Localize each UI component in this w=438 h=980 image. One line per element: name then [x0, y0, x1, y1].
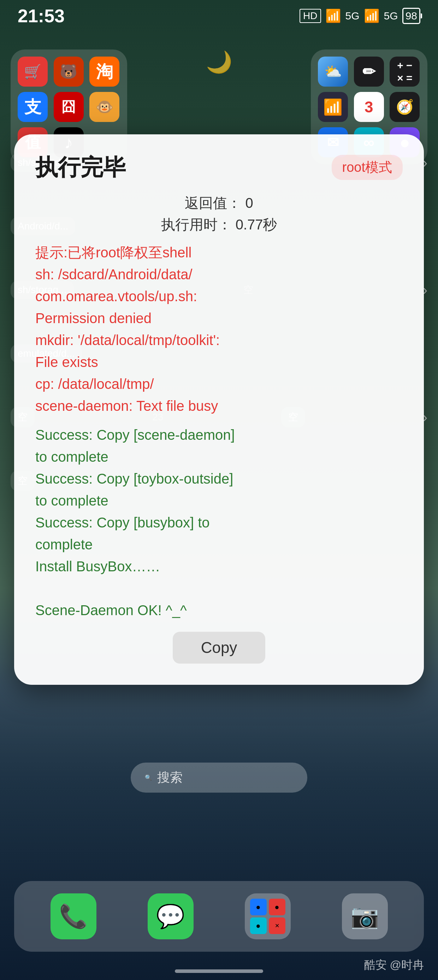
app-icon-pencil[interactable]: ✏: [354, 57, 384, 87]
copy-button-area: Copy: [35, 632, 403, 663]
exec-time-label: 执行用时：: [161, 217, 232, 232]
app-icon-taobao[interactable]: 淘: [89, 57, 119, 87]
search-placeholder: 搜索: [157, 769, 182, 786]
hd-badge: HD: [300, 9, 321, 23]
modal-stats: 返回值： 0 执行用时： 0.77秒: [35, 193, 403, 234]
modal-title: 执行完毕: [35, 152, 126, 183]
return-value: 0: [245, 195, 253, 211]
content-red: 提示:已将root降权至shell sh: /sdcard/Android/da…: [35, 242, 403, 417]
status-bar: 21:53 HD 📶 5G 📶 5G 98: [0, 0, 438, 32]
app-icon-calendar[interactable]: 3: [354, 92, 384, 122]
dock-message[interactable]: 💬: [148, 893, 194, 939]
search-icon: 🔍: [145, 774, 152, 781]
return-value-label: 返回值：: [185, 195, 241, 211]
app-icon-monkey[interactable]: 🐵: [89, 92, 119, 122]
status-icons: HD 📶 5G 📶 5G 98: [300, 8, 421, 24]
signal2-text: 5G: [384, 10, 398, 22]
app-icon-jd[interactable]: 🐻: [54, 57, 84, 87]
moon-decoration: 🌙: [134, 49, 304, 75]
multi-icon-2: ●: [269, 899, 286, 915]
content-green: Success: Copy [scene-daemon] to complete…: [35, 424, 403, 621]
phone-screen: 21:53 HD 📶 5G 📶 5G 98 🛒 🐻 淘 支 囧 🐵 值 ♪ 🌙: [0, 0, 438, 980]
dock: 📞 💬 ● ● ● ✕ 📷: [14, 881, 424, 952]
multi-icon-4: ✕: [269, 918, 286, 934]
status-time: 21:53: [17, 5, 65, 27]
home-indicator[interactable]: [175, 969, 263, 973]
search-bar[interactable]: 🔍 搜索: [131, 762, 307, 792]
dock-multi[interactable]: ● ● ● ✕: [245, 893, 291, 939]
app-icon-pinduoduo[interactable]: 🛒: [17, 57, 48, 87]
multi-icon-1: ●: [250, 899, 267, 915]
battery-level: 98: [406, 10, 417, 22]
modal-content: 提示:已将root降权至shell sh: /sdcard/Android/da…: [35, 242, 403, 621]
root-badge: root模式: [332, 155, 403, 180]
return-value-line: 返回值： 0: [35, 193, 403, 213]
exec-time-value: 0.77秒: [236, 217, 277, 232]
dock-phone[interactable]: 📞: [51, 893, 97, 939]
dock-camera[interactable]: 📷: [342, 893, 388, 939]
app-icon-compass[interactable]: 🧭: [390, 92, 420, 122]
app-icon-weather[interactable]: ⛅: [318, 57, 348, 87]
modal-dialog: 执行完毕 root模式 返回值： 0 执行用时： 0.77秒 提示:已将root…: [14, 134, 424, 685]
app-icon-signal[interactable]: 📶: [318, 92, 348, 122]
modal-header: 执行完毕 root模式: [35, 152, 403, 183]
exec-time-line: 执行用时： 0.77秒: [35, 215, 403, 234]
app-icon-jingdong[interactable]: 囧: [54, 92, 84, 122]
app-icon-alipay[interactable]: 支: [17, 92, 48, 122]
moon-icon: 🌙: [206, 49, 232, 75]
signal2-icon: 📶: [364, 8, 380, 23]
app-icon-calc[interactable]: + −× =: [390, 57, 420, 87]
signal1-icon: 📶: [325, 8, 341, 23]
battery-icon: 98: [402, 8, 421, 24]
multi-icon-3: ●: [250, 918, 267, 934]
signal1-text: 5G: [346, 10, 360, 22]
watermark: 酷安 @时冉: [364, 958, 424, 973]
copy-button[interactable]: Copy: [173, 632, 266, 663]
